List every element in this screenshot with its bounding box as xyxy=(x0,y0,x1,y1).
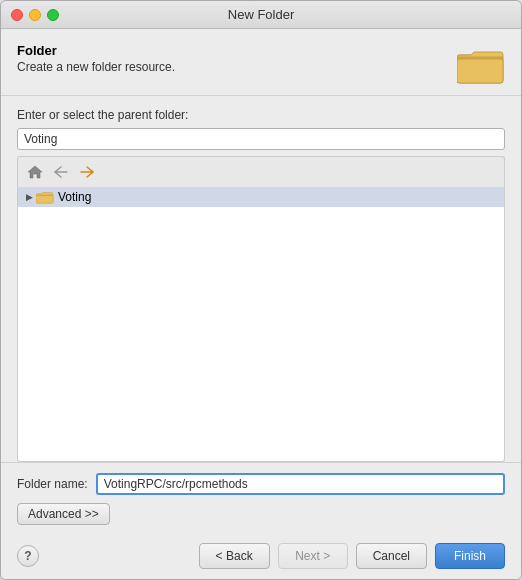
folder-name-row: Folder name: xyxy=(17,473,505,495)
header-subtitle: Create a new folder resource. xyxy=(17,60,175,74)
close-button[interactable] xyxy=(11,9,23,21)
dialog-content: Folder Create a new folder resource. Ent… xyxy=(1,29,521,579)
folder-name-label: Folder name: xyxy=(17,477,88,491)
tree-item-label: Voting xyxy=(58,190,91,204)
main-body: Enter or select the parent folder: xyxy=(1,96,521,462)
footer-right: < Back Next > Cancel Finish xyxy=(199,543,505,569)
header-title: Folder xyxy=(17,43,175,58)
folder-name-input[interactable] xyxy=(96,473,505,495)
advanced-button[interactable]: Advanced >> xyxy=(17,503,110,525)
back-button[interactable] xyxy=(50,161,72,183)
window-title: New Folder xyxy=(228,7,294,22)
finish-button[interactable]: Finish xyxy=(435,543,505,569)
window-controls xyxy=(11,9,59,21)
expand-icon[interactable]: ▶ xyxy=(24,192,34,202)
header-section: Folder Create a new folder resource. xyxy=(1,29,521,96)
tree-item-voting[interactable]: ▶ Voting xyxy=(18,187,504,207)
back-nav-button[interactable]: < Back xyxy=(199,543,270,569)
svg-rect-3 xyxy=(36,196,53,204)
tree-toolbar xyxy=(17,156,505,187)
footer: ? < Back Next > Cancel Finish xyxy=(1,535,521,579)
maximize-button[interactable] xyxy=(47,9,59,21)
cancel-button[interactable]: Cancel xyxy=(356,543,427,569)
bottom-section: Folder name: Advanced >> xyxy=(1,462,521,535)
next-nav-button[interactable]: Next > xyxy=(278,543,348,569)
title-bar: New Folder xyxy=(1,1,521,29)
home-button[interactable] xyxy=(24,161,46,183)
dialog-window: New Folder Folder Create a new folder re… xyxy=(0,0,522,580)
forward-button[interactable] xyxy=(76,161,98,183)
help-button[interactable]: ? xyxy=(17,545,39,567)
parent-folder-input[interactable] xyxy=(17,128,505,150)
folder-icon-large xyxy=(457,45,505,85)
parent-folder-label: Enter or select the parent folder: xyxy=(17,108,505,122)
footer-left: ? xyxy=(17,545,39,567)
svg-rect-1 xyxy=(457,59,503,83)
folder-tree[interactable]: ▶ Voting xyxy=(17,187,505,462)
header-text: Folder Create a new folder resource. xyxy=(17,43,175,74)
tree-folder-icon xyxy=(36,190,54,204)
minimize-button[interactable] xyxy=(29,9,41,21)
